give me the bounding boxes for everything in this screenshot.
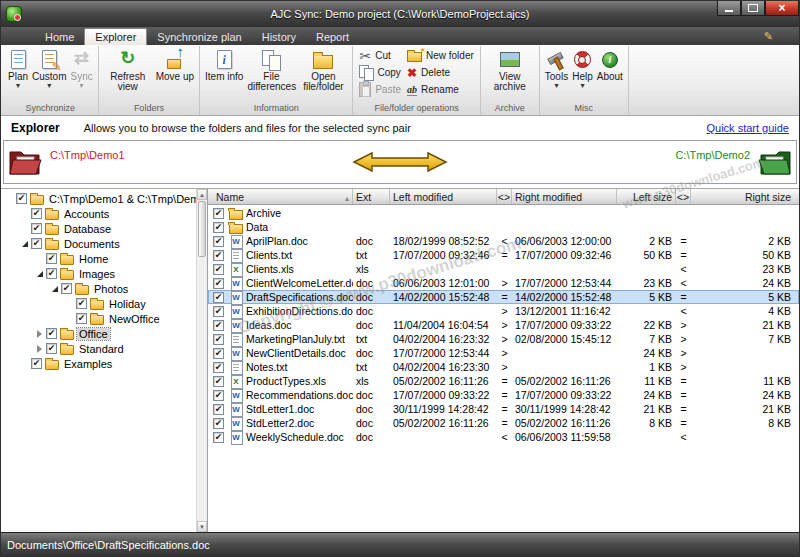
tree-expander-expanded-icon[interactable] [49, 283, 60, 294]
sync-button[interactable]: Sync [68, 47, 94, 89]
file-row[interactable]: NewClientDetails.docdoc17/07/2000 12:53:… [208, 346, 799, 360]
file-row[interactable]: Clients.xlsxls<23 KB [208, 262, 799, 276]
file-row[interactable]: ClientWelcomeLetter.docdoc06/06/2003 12:… [208, 276, 799, 290]
tree-expander-collapsed-icon[interactable] [34, 328, 45, 339]
custom-button[interactable]: Custom [30, 47, 68, 89]
row-checkbox[interactable] [213, 264, 224, 275]
tree-expander-expanded-icon[interactable] [34, 268, 45, 279]
column-header-left-modified[interactable]: Left modified [390, 189, 497, 204]
tree-checkbox[interactable] [16, 193, 27, 204]
tree-checkbox[interactable] [61, 283, 72, 294]
tree-item[interactable]: C:\Tmp\Demo1 & C:\Tmp\Demo2 [1, 191, 196, 206]
tab-home[interactable]: Home [35, 29, 84, 45]
column-header-name[interactable]: Name [208, 189, 353, 204]
row-checkbox[interactable] [213, 362, 224, 373]
row-checkbox[interactable] [213, 278, 224, 289]
row-checkbox[interactable] [213, 334, 224, 345]
tree-item[interactable]: NewOffice [1, 311, 196, 326]
row-checkbox[interactable] [213, 236, 224, 247]
move-up-button[interactable]: Move up [154, 47, 196, 82]
file-row[interactable]: StdLetter1.docdoc30/11/1999 14:28:42=30/… [208, 402, 799, 416]
tree-checkbox[interactable] [31, 208, 42, 219]
scroll-down-icon[interactable] [197, 521, 207, 532]
file-row[interactable]: AprilPlan.docdoc18/02/1999 08:52:52<06/0… [208, 234, 799, 248]
row-checkbox[interactable] [213, 320, 224, 331]
open-file-folder-button[interactable]: Open file/folder [297, 47, 349, 92]
row-checkbox[interactable] [213, 292, 224, 303]
tree-checkbox[interactable] [76, 298, 87, 309]
tree-expander-collapsed-icon[interactable] [34, 343, 45, 354]
tree-scrollbar[interactable] [196, 189, 207, 532]
column-header-left-size[interactable]: Left size [617, 189, 676, 204]
scroll-up-icon[interactable] [197, 189, 207, 200]
tree-item[interactable]: Photos [1, 281, 196, 296]
row-checkbox[interactable] [213, 250, 224, 261]
style-pen-icon[interactable] [764, 30, 773, 43]
row-checkbox[interactable] [213, 348, 224, 359]
file-row[interactable]: DraftSpecifications.docdoc14/02/2000 15:… [208, 290, 799, 304]
column-header-right-size[interactable]: Right size [691, 189, 799, 204]
tree-checkbox[interactable] [76, 313, 87, 324]
row-checkbox[interactable] [213, 418, 224, 429]
new-folder-button[interactable]: New folder [404, 47, 477, 64]
tree-item[interactable]: Accounts [1, 206, 196, 221]
row-checkbox[interactable] [213, 432, 224, 443]
tree-expander-expanded-icon[interactable] [19, 238, 30, 249]
file-row[interactable]: Notes.txttxt04/02/2004 16:23:30>1 KB> [208, 360, 799, 374]
file-differences-button[interactable]: File differences [245, 47, 297, 92]
row-checkbox[interactable] [213, 390, 224, 401]
rename-button[interactable]: Rename [404, 81, 477, 98]
quick-start-guide-link[interactable]: Quick start guide [706, 122, 789, 134]
close-button[interactable] [765, 1, 799, 16]
tree-item[interactable]: Documents [1, 236, 196, 251]
file-row[interactable]: WeeklySchedule.docdoc<06/06/2003 11:59:5… [208, 430, 799, 444]
paste-button[interactable]: Paste [356, 81, 404, 98]
tree-checkbox[interactable] [46, 343, 57, 354]
tree-item[interactable]: Home [1, 251, 196, 266]
tab-report[interactable]: Report [306, 29, 359, 45]
tree-item[interactable]: Holiday [1, 296, 196, 311]
row-checkbox[interactable] [213, 222, 224, 233]
column-header-ext[interactable]: Ext [353, 189, 390, 204]
tree-item[interactable]: Examples [1, 356, 196, 371]
file-row[interactable]: MarketingPlanJuly.txttxt04/02/2004 16:23… [208, 332, 799, 346]
maximize-button[interactable] [741, 1, 765, 16]
row-checkbox[interactable] [213, 376, 224, 387]
tree-item[interactable]: Database [1, 221, 196, 236]
help-button[interactable]: Help [570, 47, 595, 89]
view-archive-button[interactable]: View archive [484, 47, 536, 92]
tree-item[interactable]: Images [1, 266, 196, 281]
copy-button[interactable]: Copy [356, 64, 404, 81]
tree-item[interactable]: Standard [1, 341, 196, 356]
tab-synchronize-plan[interactable]: Synchronize plan [147, 29, 251, 45]
tab-history[interactable]: History [252, 29, 306, 45]
about-button[interactable]: About [595, 47, 625, 82]
item-info-button[interactable]: Item info [203, 47, 245, 82]
file-row[interactable]: Data [208, 220, 799, 234]
tools-button[interactable]: Tools [543, 47, 570, 89]
row-checkbox[interactable] [213, 404, 224, 415]
tree-checkbox[interactable] [31, 238, 42, 249]
file-row[interactable]: ProductTypes.xlsxls05/02/2002 16:11:26=0… [208, 374, 799, 388]
tree-item[interactable]: Office [1, 326, 196, 341]
delete-button[interactable]: Delete [404, 64, 477, 81]
column-header-right-modified[interactable]: Right modified [512, 189, 617, 204]
row-checkbox[interactable] [213, 208, 224, 219]
file-row[interactable]: Archive [208, 206, 799, 220]
cut-button[interactable]: Cut [356, 47, 404, 64]
file-row[interactable]: Clients.txttxt17/07/2000 09:32:46=17/07/… [208, 248, 799, 262]
column-header-direction-2[interactable]: <> [676, 189, 691, 204]
file-row[interactable]: Ideas.docdoc11/04/2004 16:04:54>17/07/20… [208, 318, 799, 332]
refresh-view-button[interactable]: Refresh view [102, 47, 154, 92]
scrollbar-thumb[interactable] [198, 201, 206, 257]
row-checkbox[interactable] [213, 306, 224, 317]
tab-explorer[interactable]: Explorer [84, 28, 147, 45]
file-row[interactable]: ExhibitionDirections.docdoc>13/12/2001 1… [208, 304, 799, 318]
tree-checkbox[interactable] [46, 268, 57, 279]
file-row[interactable]: Recommendations.docdoc17/07/2000 09:33:2… [208, 388, 799, 402]
minimize-button[interactable] [717, 1, 741, 16]
column-header-direction-1[interactable]: <> [497, 189, 512, 204]
plan-button[interactable]: Plan [6, 47, 30, 89]
tree-checkbox[interactable] [31, 358, 42, 369]
tree-checkbox[interactable] [31, 223, 42, 234]
